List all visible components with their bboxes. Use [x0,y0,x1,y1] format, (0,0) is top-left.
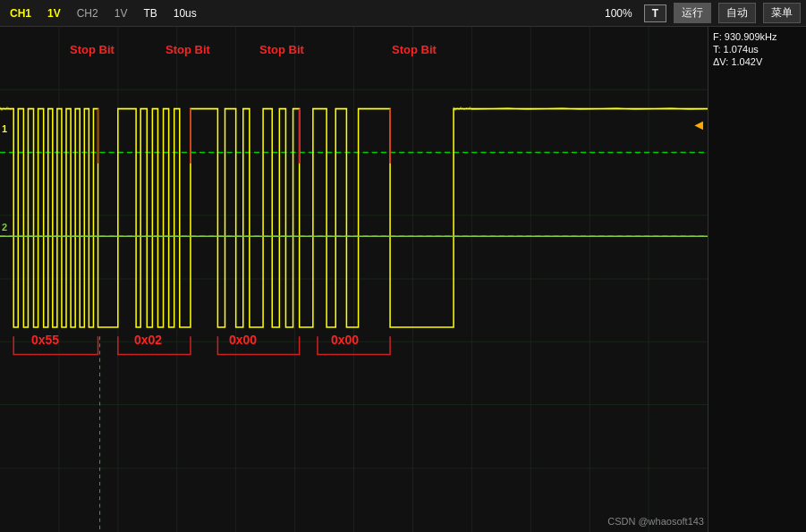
mode-button[interactable]: 自动 [718,3,756,23]
timebase-value: 10us [169,5,201,21]
run-button[interactable]: 运行 [674,3,711,23]
trigger-arrow-icon: ◄ [691,117,706,133]
ch2-label: CH2 [72,5,103,21]
info-panel: F: 930.909kHz T: 1.074us ΔV: 1.042V [708,27,806,532]
main-area: Stop Bit Stop Bit Stop Bit Stop Bit 0x55… [0,27,806,532]
ch2-level-indicator: 2 [2,222,7,232]
ch1-level-indicator: 1 [2,123,7,134]
zoom-percent: 100% [600,5,637,21]
ch2-voltage: 1V [110,5,132,21]
time-display: T: 1.074us [713,44,802,55]
ch1-voltage: 1V [43,5,65,21]
toolbar: CH1 1V CH2 1V TB 10us 100% T 运行 自动 菜单 [0,0,806,27]
delta-v-display: ΔV: 1.042V [713,56,802,67]
frequency-display: F: 930.909kHz [713,31,802,42]
timebase-label: TB [139,5,161,21]
watermark: CSDN @whaosoft143 [607,516,704,527]
menu-button[interactable]: 菜单 [763,3,801,23]
scope-display: Stop Bit Stop Bit Stop Bit Stop Bit 0x55… [0,27,708,532]
ch1-label: CH1 [5,5,36,21]
trigger-button[interactable]: T [644,4,666,22]
waveform-svg [0,27,708,532]
oscilloscope-screen: CH1 1V CH2 1V TB 10us 100% T 运行 自动 菜单 [0,0,806,532]
